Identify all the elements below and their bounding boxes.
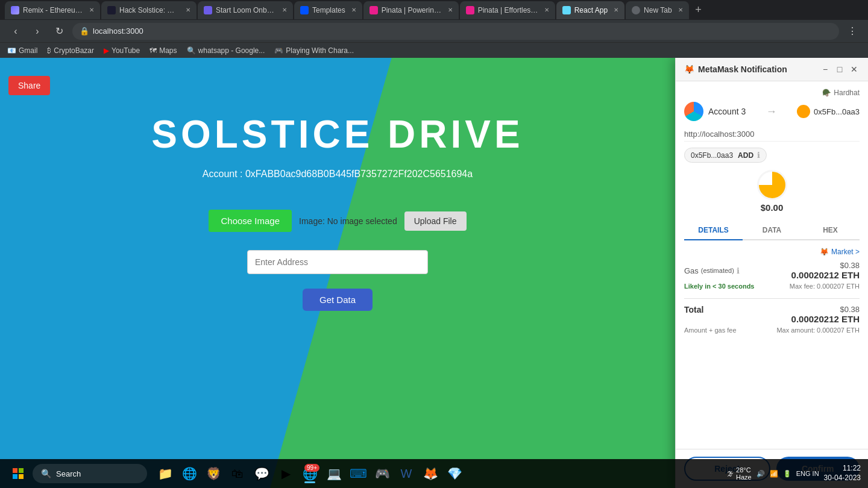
clock: 11:22 30-04-2023	[824, 464, 861, 483]
svg-rect-0	[13, 468, 17, 473]
details-tabs: DETAILS DATA HEX	[684, 221, 860, 240]
gas-info-icon[interactable]: ℹ	[737, 266, 740, 275]
tab-hex[interactable]: HEX	[801, 221, 860, 239]
fox-market-icon: 🦊	[820, 248, 829, 256]
tab-remix[interactable]: Remix - Ethereum... ✕	[5, 1, 100, 19]
tab-hack[interactable]: Hack Solstice: Da... ✕	[101, 1, 197, 19]
nav-bar: ‹ › ↻ 🔒 localhost:3000 ⋮	[0, 20, 868, 42]
react-favicon	[562, 6, 571, 14]
close-button[interactable]: ✕	[849, 64, 860, 75]
teams-icon: 💬	[254, 466, 269, 481]
tab-react-label: React App	[574, 6, 608, 14]
account-info: Account : 0xFABB0ac9d68B0B445fB7357272Ff…	[203, 169, 473, 180]
reload-button[interactable]: ↻	[51, 23, 68, 40]
gas-label-group: Gas (estimated) ℹ	[684, 266, 740, 275]
enter-address-input[interactable]	[247, 250, 428, 274]
forward-button[interactable]: ›	[29, 23, 46, 40]
tab-newtab-close[interactable]: ✕	[678, 7, 683, 13]
taskbar-brave[interactable]: 🦁	[203, 463, 224, 484]
balance: $0.00	[684, 202, 860, 213]
tab-pinata1-close[interactable]: ✕	[448, 7, 453, 13]
tab-remix-close[interactable]: ✕	[89, 7, 94, 13]
gas-header: Gas (estimated) ℹ $0.38 0.00020212 ETH	[684, 261, 860, 280]
choose-image-button[interactable]: Choose Image	[209, 210, 292, 232]
market-row[interactable]: 🦊 Market >	[684, 248, 860, 256]
bookmark-gmail[interactable]: 📧 Gmail	[7, 46, 37, 55]
new-tab-button[interactable]: +	[690, 2, 707, 19]
tab-newtab-label: New Tab	[644, 6, 671, 14]
tab-pinata2-close[interactable]: ✕	[544, 7, 549, 13]
account-arrow[interactable]: →	[766, 105, 777, 118]
extensions-button[interactable]: ⋮	[844, 23, 861, 40]
taskbar-vscode[interactable]: ⌨	[347, 463, 369, 484]
tab-loom-close[interactable]: ✕	[282, 7, 287, 13]
gas-eth: 0.00020212 ETH	[791, 270, 860, 280]
taskbar-terminal[interactable]: 💻	[323, 463, 345, 484]
minimize-button[interactable]: −	[820, 64, 831, 75]
tab-hack-close[interactable]: ✕	[186, 7, 190, 13]
hardhat-row: 🪖 Hardhat	[684, 89, 860, 97]
tab-hack-label: Hack Solstice: Da...	[119, 6, 180, 14]
weather-info: 28°C Haze	[736, 466, 752, 481]
likely-label: Likely in < 30 seconds	[684, 283, 754, 290]
taskbar-chrome[interactable]: 🌐 99+	[299, 463, 321, 484]
taskbar-metamask-app[interactable]: 🦊	[420, 463, 441, 484]
taskbar-store[interactable]: 🛍	[227, 463, 248, 484]
tab-react[interactable]: React App ✕	[556, 1, 624, 19]
tab-details[interactable]: DETAILS	[684, 221, 743, 240]
pinata1-favicon	[370, 6, 378, 14]
taskbar-wallet[interactable]: 💎	[444, 463, 465, 484]
app-content: Share SOLSTICE DRIVE Account : 0xFABB0ac…	[0, 58, 675, 488]
share-button[interactable]: Share	[8, 76, 50, 95]
address-input-row	[247, 250, 428, 274]
svg-rect-2	[13, 474, 17, 479]
remix-favicon	[11, 6, 19, 14]
bookmark-playing[interactable]: 🎮 Playing With Chara...	[274, 46, 354, 55]
file-row: Choose Image Image: No image selected Up…	[209, 210, 466, 232]
bookmark-whatsapp-label: whatsapp - Google...	[198, 46, 265, 55]
newtab-favicon	[632, 6, 640, 14]
taskbar-teams[interactable]: 💬	[251, 463, 272, 484]
tab-pinata1[interactable]: Pinata | Powering... ✕	[363, 1, 459, 19]
tab-data[interactable]: DATA	[743, 221, 801, 239]
search-text: Search	[56, 469, 81, 478]
window-buttons: − □ ✕	[820, 64, 860, 75]
gmail-icon: 📧	[7, 46, 16, 55]
total-right: $0.38 0.00020212 ETH	[791, 305, 860, 324]
bookmark-whatsapp[interactable]: 🔍 whatsapp - Google...	[187, 46, 265, 55]
taskbar-file-explorer[interactable]: 📁	[154, 463, 176, 484]
tab-loom[interactable]: Start Loom Onbo... ✕	[198, 1, 293, 19]
bookmark-maps[interactable]: 🗺 Maps	[149, 46, 177, 55]
tab-react-close[interactable]: ✕	[614, 7, 618, 13]
max-fee-value: 0.000207 ETH	[817, 283, 860, 290]
browser-chrome: Remix - Ethereum... ✕ Hack Solstice: Da.…	[0, 0, 868, 58]
account-name: Account 3	[708, 107, 746, 116]
tab-bar: Remix - Ethereum... ✕ Hack Solstice: Da.…	[0, 0, 868, 20]
taskbar-edge[interactable]: 🌐	[178, 463, 200, 484]
taskbar: 🔍 Search 📁 🌐 🦁 🛍 💬 ▶ 🌐 99+ 💻	[0, 459, 868, 488]
taskbar-youtube[interactable]: ▶	[275, 463, 297, 484]
back-button[interactable]: ‹	[7, 23, 24, 40]
maximize-button[interactable]: □	[834, 64, 845, 75]
start-button[interactable]	[7, 463, 29, 484]
bookmark-youtube[interactable]: ▶ YouTube	[104, 46, 140, 55]
get-data-button[interactable]: Get Data	[303, 289, 373, 311]
taskbar-word[interactable]: W	[395, 463, 417, 484]
address-bar[interactable]: 🔒 localhost:3000	[72, 23, 839, 40]
max-amount-value: 0.000207 ETH	[817, 327, 860, 334]
bookmark-cryptobazar[interactable]: ₿ CryptoBazar	[47, 46, 94, 55]
tab-pinata2[interactable]: Pinata | Effortless... ✕	[460, 1, 555, 19]
upload-file-button[interactable]: Upload File	[404, 211, 467, 231]
svg-rect-3	[19, 474, 24, 479]
account-label: Account :	[203, 169, 243, 179]
notification-badge: 99+	[304, 464, 319, 472]
info-icon[interactable]: ℹ	[757, 151, 760, 160]
tab-newtab[interactable]: New Tab ✕	[626, 1, 688, 19]
tab-coinbase[interactable]: Templates ✕	[294, 1, 362, 19]
metamask-body: 🪖 Hardhat Account 3 → 0x5Fb...0aa3 http:…	[676, 81, 868, 449]
search-bar[interactable]: 🔍 Search	[33, 464, 147, 483]
taskbar-discord[interactable]: 🎮	[371, 463, 393, 484]
hack-favicon	[107, 6, 116, 14]
max-fee-group: Max fee: 0.000207 ETH	[790, 283, 860, 290]
tab-coinbase-close[interactable]: ✕	[351, 7, 356, 13]
